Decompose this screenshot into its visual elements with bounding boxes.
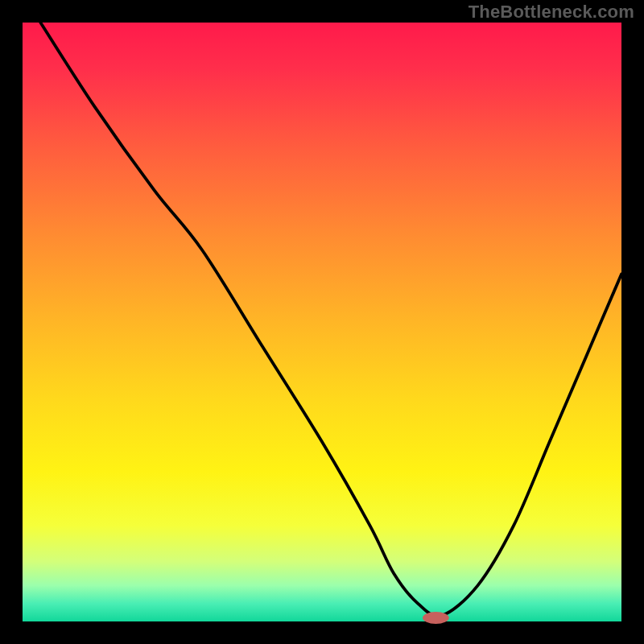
chart-canvas [0, 0, 644, 644]
optimal-marker [423, 612, 449, 624]
watermark-text: TheBottleneck.com [469, 2, 634, 23]
plot-background [23, 23, 621, 621]
chart-stage: TheBottleneck.com [0, 0, 644, 644]
